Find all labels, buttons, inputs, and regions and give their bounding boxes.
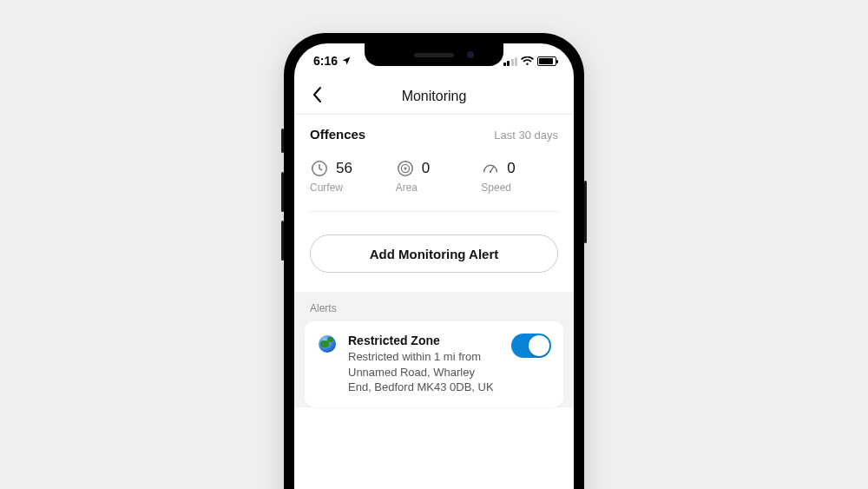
- offences-stats: 56 Curfew 0 Area: [310, 159, 558, 212]
- cellular-icon: [503, 56, 518, 66]
- stat-label: Area: [396, 182, 473, 194]
- stat-value: 56: [336, 160, 352, 177]
- svg-point-4: [490, 170, 492, 173]
- side-button: [281, 221, 284, 261]
- side-button: [584, 181, 587, 243]
- battery-icon: [537, 56, 556, 66]
- stat-value: 0: [507, 160, 515, 177]
- radar-icon: [396, 159, 415, 178]
- offences-title: Offences: [310, 127, 365, 142]
- stat-label: Curfew: [310, 182, 387, 194]
- alert-card[interactable]: Restricted Zone Restricted within 1 mi f…: [305, 321, 563, 407]
- notch: [365, 43, 503, 66]
- offences-period: Last 30 days: [494, 129, 558, 142]
- globe-icon: [319, 335, 336, 353]
- phone-frame: 6:16 Monitoring: [284, 33, 584, 489]
- alert-toggle[interactable]: [511, 334, 551, 358]
- location-icon: [341, 56, 352, 66]
- nav-bar: Monitoring: [294, 78, 574, 115]
- add-monitoring-alert-button[interactable]: Add Monitoring Alert: [310, 235, 558, 273]
- chevron-left-icon: [312, 86, 322, 103]
- alert-description: Restricted within 1 mi from Unnamed Road…: [348, 349, 501, 395]
- clock-icon: [310, 159, 329, 178]
- page-title: Monitoring: [294, 89, 574, 104]
- side-button: [281, 172, 284, 212]
- back-button[interactable]: [306, 83, 327, 110]
- speaker: [414, 53, 454, 57]
- alerts-section-label: Alerts: [305, 301, 563, 321]
- stat-label: Speed: [481, 182, 558, 194]
- stat-speed[interactable]: 0 Speed: [481, 159, 558, 194]
- wifi-icon: [521, 56, 534, 66]
- stat-curfew[interactable]: 56 Curfew: [310, 159, 387, 194]
- alerts-section: Alerts Restricted Zone Restricted within…: [294, 292, 574, 407]
- status-time: 6:16: [313, 54, 338, 68]
- alert-title: Restricted Zone: [348, 334, 501, 347]
- stat-value: 0: [422, 160, 430, 177]
- add-button-label: Add Monitoring Alert: [370, 247, 499, 261]
- content: Offences Last 30 days 56 Curfew: [294, 115, 574, 407]
- gauge-icon: [481, 159, 500, 178]
- stat-area[interactable]: 0 Area: [396, 159, 473, 194]
- offences-section: Offences Last 30 days 56 Curfew: [294, 115, 574, 212]
- front-camera: [467, 51, 474, 58]
- screen: 6:16 Monitoring: [294, 43, 574, 489]
- svg-point-3: [404, 168, 406, 170]
- side-button: [281, 129, 284, 153]
